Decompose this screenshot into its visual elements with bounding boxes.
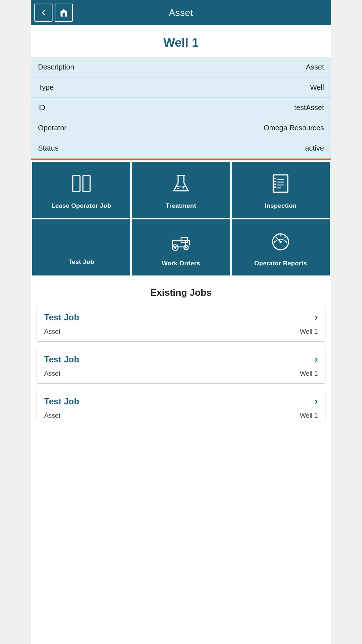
- svg-line-29: [285, 237, 286, 238]
- svg-line-28: [275, 237, 277, 238]
- header: Asset: [31, 0, 331, 25]
- svg-rect-13: [274, 181, 276, 182]
- field-label: Status: [31, 138, 166, 159]
- home-button[interactable]: [55, 4, 73, 22]
- job-asset-value: Well 1: [300, 328, 318, 336]
- machine-icon: [170, 230, 192, 255]
- existing-jobs-title: Existing Jobs: [31, 277, 331, 305]
- job-title: Test Job: [44, 354, 79, 365]
- svg-rect-1: [83, 176, 90, 191]
- tile-label: Treatment: [166, 202, 196, 210]
- svg-point-6: [182, 187, 184, 189]
- tile-operator-reports[interactable]: Operator Reports: [232, 219, 330, 275]
- job-card[interactable]: Test Job › Asset Well 1: [37, 347, 325, 384]
- job-detail: Asset Well 1: [44, 370, 318, 378]
- chevron-right-icon: ›: [315, 354, 318, 365]
- field-label: Operator: [31, 118, 166, 138]
- jobs-list: Test Job › Asset Well 1 Test Job › Asset…: [31, 305, 331, 421]
- gauge-icon: [270, 230, 291, 255]
- book-icon: [71, 173, 92, 197]
- svg-rect-12: [274, 178, 276, 179]
- table-row: ID testAsset: [31, 98, 331, 118]
- table-row: Type Well: [31, 77, 331, 98]
- job-title: Test Job: [44, 312, 79, 323]
- tile-label: Operator Reports: [254, 260, 307, 267]
- tile-label: Test Job: [68, 258, 94, 266]
- field-value: Well: [166, 77, 332, 98]
- svg-rect-16: [172, 240, 185, 247]
- svg-point-5: [177, 188, 179, 189]
- table-row: Operator Omega Resources: [31, 118, 331, 138]
- chevron-right-icon: ›: [315, 312, 318, 323]
- table-row: Description Asset: [31, 57, 331, 77]
- job-title: Test Job: [44, 396, 79, 407]
- asset-info-table: Description Asset Type Well ID testAsset…: [31, 57, 331, 159]
- field-value: Omega Resources: [166, 118, 332, 138]
- job-asset-label: Asset: [44, 412, 60, 420]
- tile-treatment[interactable]: Treatment: [132, 162, 230, 218]
- job-asset-label: Asset: [44, 370, 60, 378]
- asset-name: Well 1: [31, 25, 331, 57]
- flask-icon: [170, 173, 192, 197]
- chevron-right-icon: ›: [315, 396, 318, 407]
- tile-label: Lease Operator Job: [51, 202, 111, 210]
- field-label: Description: [31, 57, 166, 77]
- job-card-header: Test Job ›: [44, 354, 318, 365]
- svg-point-21: [185, 247, 187, 248]
- svg-point-31: [279, 241, 282, 243]
- job-detail: Asset Well 1: [44, 328, 318, 336]
- tile-test-job[interactable]: Test Job: [32, 219, 130, 275]
- field-value: testAsset: [166, 98, 332, 118]
- job-detail: Asset Well 1: [44, 412, 318, 420]
- tile-label: Work Orders: [162, 260, 200, 267]
- checklist-icon: [270, 173, 291, 197]
- tile-lease-operator-job[interactable]: Lease Operator Job: [32, 162, 130, 218]
- job-card-header: Test Job ›: [44, 396, 318, 407]
- field-label: ID: [31, 98, 166, 118]
- table-row: Status active: [31, 138, 331, 159]
- header-nav: [34, 4, 73, 22]
- field-value: active: [166, 138, 332, 159]
- job-card-header: Test Job ›: [44, 312, 318, 323]
- field-label: Type: [31, 77, 166, 98]
- job-card[interactable]: Test Job › Asset Well 1: [37, 389, 325, 421]
- svg-rect-0: [73, 176, 80, 191]
- action-grid: Lease Operator Job Treatment: [31, 160, 331, 277]
- svg-rect-15: [274, 186, 276, 188]
- field-value: Asset: [166, 57, 332, 77]
- job-card[interactable]: Test Job › Asset Well 1: [37, 305, 325, 342]
- job-asset-value: Well 1: [300, 412, 318, 420]
- tile-label: Inspection: [265, 202, 296, 210]
- back-button[interactable]: [34, 4, 52, 22]
- tile-inspection[interactable]: Inspection: [232, 162, 330, 218]
- svg-point-19: [174, 247, 176, 249]
- job-asset-label: Asset: [44, 328, 60, 336]
- header-title: Asset: [73, 7, 289, 18]
- tile-work-orders[interactable]: Work Orders: [132, 219, 230, 275]
- svg-rect-14: [274, 184, 276, 185]
- job-asset-value: Well 1: [300, 370, 318, 378]
